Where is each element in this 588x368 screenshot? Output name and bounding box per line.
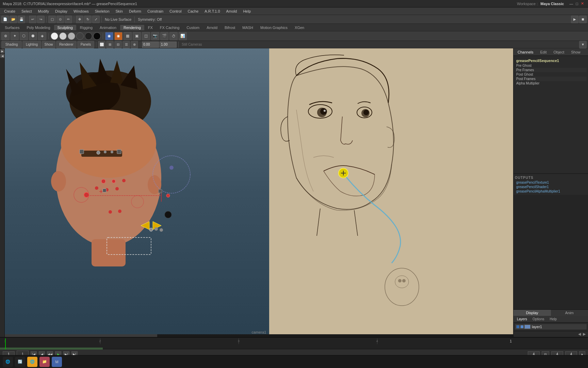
layer-item-1[interactable]: layer1 [515,324,587,329]
tab-anim[interactable]: Anim [551,310,588,316]
tb-undo[interactable]: ↩ [29,16,36,23]
menu-art[interactable]: A.R.T.1.0 [202,9,223,14]
tb-select[interactable]: ▢ [48,16,56,23]
tb-scale[interactable]: ⤢ [92,16,100,23]
color-black[interactable] [93,32,101,40]
tool-5[interactable]: ◈ [38,32,46,40]
maximize-btn[interactable]: □ [574,2,579,6]
tab-mash[interactable]: MASH [239,25,257,30]
tab-rigging[interactable]: Rigging [77,25,96,30]
tab-arnold[interactable]: Arnold [203,25,221,30]
tab-fx[interactable]: FX [145,25,156,30]
tb-stop[interactable]: ⏹ [579,16,587,23]
timeline-area[interactable]: 1 2 3 4 1 [0,337,588,349]
menu-skin[interactable]: Skin [113,9,126,14]
tb-open[interactable]: 📂 [10,16,17,23]
tab-sculpting[interactable]: Sculpting [54,25,76,30]
menu-help[interactable]: Help [240,9,254,14]
view-icon2[interactable]: ⊞ [106,41,114,48]
view-icon3[interactable]: ⊟ [114,41,122,48]
sidebar-tool-1[interactable]: ▶ [0,49,4,53]
menu-cache[interactable]: Cache [185,9,201,14]
menu-select[interactable]: Select [19,9,35,14]
tool-4[interactable]: ⬢ [29,32,37,40]
panels-btn[interactable]: Panels [77,41,94,48]
shading-btn[interactable]: Shading [1,41,22,48]
tool-transform[interactable]: ✦ [11,32,19,40]
tab-rendering[interactable]: Rendering [120,25,144,30]
tab-display[interactable]: Display [513,310,551,316]
os-btn-1[interactable]: 🌐 [3,357,13,367]
layer-vis-1[interactable] [516,325,520,328]
tb-rotate[interactable]: ↻ [84,16,92,23]
tab-surfaces[interactable]: Surfaces [1,25,23,30]
viewport-scrollbar[interactable] [5,334,513,337]
tab-poly-modeling[interactable]: Poly Modeling [23,25,53,30]
menu-modify[interactable]: Modify [35,9,52,14]
output-shader[interactable]: greasePencilShader1 [515,185,587,189]
os-btn-maya[interactable]: M [52,357,62,367]
viewport[interactable]: camera1 [5,48,513,337]
panel-tab-show[interactable]: Show [569,49,583,55]
os-btn-folder[interactable]: 📁 [39,357,50,367]
menu-deform[interactable]: Deform [126,9,144,14]
tool-clock[interactable]: ⏱ [169,32,178,40]
tb-save[interactable]: 💾 [18,16,25,23]
tb-move[interactable]: ✥ [76,16,83,23]
color-light[interactable] [59,32,67,40]
scroll-right-btn[interactable]: ▶ [582,332,587,336]
menu-skeleton[interactable]: Skeleton [92,9,112,14]
view-icon4[interactable]: ☰ [122,41,130,48]
layer-tab-options[interactable]: Options [530,317,546,322]
panel-tab-edit[interactable]: Edit [538,49,549,55]
menu-constrain[interactable]: Constrain [145,9,166,14]
tool-blue[interactable]: ◉ [105,32,113,40]
tab-animation[interactable]: Animation [96,25,120,30]
panel-tab-channels[interactable]: Channels [516,49,535,55]
tb-render[interactable]: ▶ [571,16,578,23]
output-alpha[interactable]: greasePencilAlphaMultiplier1 [515,189,587,194]
color-dark[interactable] [76,32,84,40]
panel-tab-object[interactable]: Object [551,49,566,55]
close-btn[interactable]: ✕ [579,1,585,6]
renderer-btn[interactable]: Renderer [56,41,77,48]
tab-xgen[interactable]: XGen [291,25,308,30]
tb-new[interactable]: 📄 [1,16,9,23]
os-btn-chrome[interactable]: 🌐 [27,357,37,367]
view-icon5[interactable]: ⊕ [131,41,138,48]
playhead[interactable] [5,338,6,350]
scroll-left-btn[interactable]: ◀ [577,332,582,336]
color-darker[interactable] [85,32,92,40]
lighting-btn[interactable]: Lighting [22,41,41,48]
tab-bifrost[interactable]: Bifrost [221,25,239,30]
tb-redo[interactable]: ↪ [37,16,45,23]
tool-orange[interactable]: ◉ [114,32,122,40]
menu-arnold[interactable]: Arnold [224,9,240,14]
sidebar-tool-2[interactable]: ◀ [0,54,4,58]
output-texture[interactable]: greasePencilTexture1 [515,180,587,185]
menu-windows[interactable]: Windows [71,9,92,14]
tool-3[interactable]: ⬡ [20,32,28,40]
os-btn-2[interactable]: 🔄 [15,357,25,367]
tool-film[interactable]: 🎬 [160,32,168,40]
view-icon1[interactable]: ⬜ [98,41,105,48]
timeline-range-bar[interactable] [0,348,103,350]
tab-custom[interactable]: Custom [183,25,203,30]
show-btn[interactable]: Show [42,41,55,48]
tab-motion-graphics[interactable]: Motion Graphics [257,25,291,30]
tool-render2[interactable]: ▣ [133,32,141,40]
color-circle[interactable] [68,32,75,40]
minimize-btn[interactable]: — [568,2,574,6]
tab-fx-caching[interactable]: FX Caching [157,25,183,30]
tool-render3[interactable]: ◫ [142,32,150,40]
tool-select[interactable]: ⊕ [1,32,10,40]
view-dropdown[interactable]: ▼ [579,41,587,48]
frame-value-1[interactable] [142,42,159,48]
color-white[interactable] [51,32,58,40]
menu-create[interactable]: Create [1,9,18,14]
tb-lasso[interactable]: ⊙ [56,16,64,23]
layer-lock-1[interactable] [520,325,524,328]
tool-render1[interactable]: ▦ [124,32,132,40]
tool-graph[interactable]: 📊 [179,32,187,40]
layer-tab-layers[interactable]: Layers [515,317,529,322]
